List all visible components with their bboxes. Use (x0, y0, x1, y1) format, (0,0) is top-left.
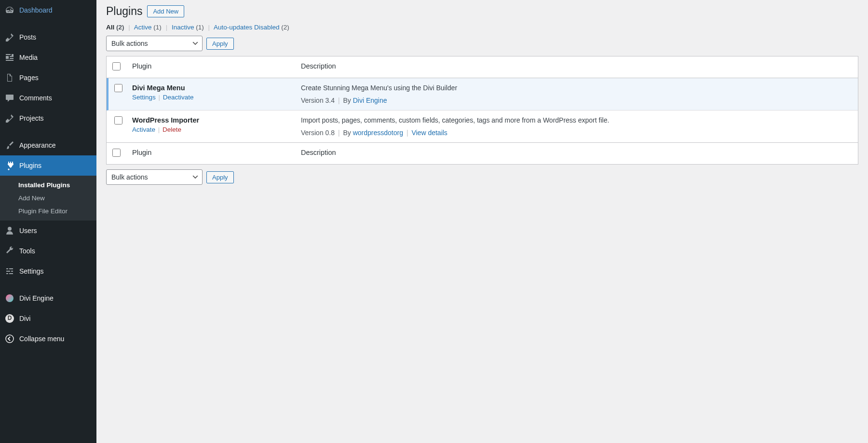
plugin-meta: Version 3.4 | By Divi Engine (301, 97, 853, 104)
select-all-top[interactable] (112, 62, 121, 70)
divi-engine-icon (5, 293, 14, 303)
submenu-installed-plugins[interactable]: Installed Plugins (0, 179, 96, 192)
sidebar-item-dashboard[interactable]: Dashboard (0, 0, 96, 20)
sidebar-item-collapse[interactable]: Collapse menu (0, 329, 96, 349)
media-icon (5, 53, 14, 62)
comment-icon (5, 93, 14, 103)
bulk-actions-select-top[interactable]: Bulk actions (106, 36, 203, 51)
col-desc-header: Description (296, 56, 858, 78)
plugin-description: Import posts, pages, comments, custom fi… (301, 116, 853, 124)
table-row: WordPress ImporterActivate | DeleteImpor… (107, 111, 858, 142)
sidebar-item-label: Projects (19, 114, 44, 123)
submenu-add-new[interactable]: Add New (0, 192, 96, 205)
sidebar-item-settings[interactable]: Settings (0, 261, 96, 281)
col-desc-footer: Description (296, 142, 858, 164)
plugin-description: Create Stunning Mega Menu's using the Di… (301, 84, 853, 92)
view-details-link[interactable]: View details (411, 129, 447, 137)
collapse-icon (5, 334, 14, 344)
filter-all[interactable]: All (2) (106, 24, 124, 31)
sidebar-item-label: Dashboard (19, 6, 53, 14)
col-plugin-header: Plugin (127, 56, 296, 78)
sidebar-item-label: Users (19, 226, 37, 235)
col-plugin-footer: Plugin (127, 142, 296, 164)
filter-links: All (2) | Active (1) | Inactive (1) | Au… (106, 24, 858, 31)
plugin-name: WordPress Importer (132, 116, 291, 124)
sidebar-item-appearance[interactable]: Appearance (0, 135, 96, 155)
filter-inactive[interactable]: Inactive (1) (172, 24, 204, 31)
row-actions: Settings | Deactivate (132, 94, 291, 101)
sidebar-item-label: Settings (19, 267, 44, 276)
sidebar-item-tools[interactable]: Tools (0, 241, 96, 261)
main-content: Plugins Add New All (2) | Active (1) | I… (96, 0, 868, 443)
row-action-deactivate[interactable]: Deactivate (163, 94, 194, 101)
sidebar-item-label: Tools (19, 247, 35, 255)
sidebar-item-divi-engine[interactable]: Divi Engine (0, 288, 96, 308)
pin-icon (5, 113, 14, 123)
filter-auto-updates[interactable]: Auto-updates Disabled (2) (214, 24, 289, 31)
row-checkbox[interactable] (114, 84, 122, 92)
sidebar-item-label: Posts (19, 33, 36, 42)
row-action-settings[interactable]: Settings (132, 94, 156, 101)
pin-icon (5, 32, 14, 42)
user-icon (5, 226, 14, 235)
row-action-delete[interactable]: Delete (163, 126, 181, 133)
bulk-actions-select-bottom[interactable]: Bulk actions (106, 169, 203, 185)
sidebar-item-users[interactable]: Users (0, 221, 96, 241)
sliders-icon (5, 266, 14, 276)
submenu-plugin-file-editor[interactable]: Plugin File Editor (0, 205, 96, 218)
table-row: Divi Mega MenuSettings | DeactivateCreat… (107, 78, 858, 111)
plugins-table: Plugin Description Divi Mega MenuSetting… (106, 56, 858, 165)
add-new-button[interactable]: Add New (147, 5, 184, 17)
admin-sidebar: Dashboard Posts Media Pages Comments Pro… (0, 0, 96, 443)
row-action-activate[interactable]: Activate (132, 126, 155, 133)
sidebar-item-label: Divi (19, 314, 30, 323)
divi-icon: D (5, 314, 14, 323)
plugin-author-link[interactable]: wordpressdotorg (353, 129, 403, 137)
plugins-submenu: Installed Plugins Add New Plugin File Ed… (0, 176, 96, 221)
plugin-name: Divi Mega Menu (132, 84, 291, 92)
sidebar-item-label: Media (19, 53, 38, 62)
sidebar-item-label: Plugins (19, 161, 41, 170)
sidebar-item-label: Divi Engine (19, 294, 54, 303)
sidebar-item-plugins[interactable]: Plugins (0, 155, 96, 176)
row-checkbox[interactable] (114, 116, 122, 125)
sidebar-item-label: Appearance (19, 141, 56, 150)
brush-icon (5, 140, 14, 150)
row-actions: Activate | Delete (132, 126, 291, 133)
plug-icon (5, 161, 14, 170)
sidebar-item-comments[interactable]: Comments (0, 88, 96, 108)
sidebar-item-posts[interactable]: Posts (0, 27, 96, 47)
pages-icon (5, 73, 14, 83)
page-title: Plugins (106, 5, 142, 18)
filter-active[interactable]: Active (1) (134, 24, 162, 31)
wrench-icon (5, 246, 14, 256)
select-all-bottom[interactable] (112, 149, 121, 157)
sidebar-item-pages[interactable]: Pages (0, 68, 96, 88)
sidebar-item-media[interactable]: Media (0, 47, 96, 68)
plugin-meta: Version 0.8 | By wordpressdotorg | View … (301, 129, 853, 137)
sidebar-item-projects[interactable]: Projects (0, 108, 96, 128)
svg-point-0 (6, 335, 14, 343)
sidebar-item-label: Collapse menu (19, 334, 64, 343)
apply-button-top[interactable]: Apply (206, 38, 234, 50)
plugin-author-link[interactable]: Divi Engine (353, 97, 387, 104)
dashboard-icon (5, 5, 14, 15)
sidebar-item-label: Pages (19, 73, 39, 82)
sidebar-item-divi[interactable]: D Divi (0, 308, 96, 329)
apply-button-bottom[interactable]: Apply (206, 171, 234, 183)
sidebar-item-label: Comments (19, 94, 52, 102)
